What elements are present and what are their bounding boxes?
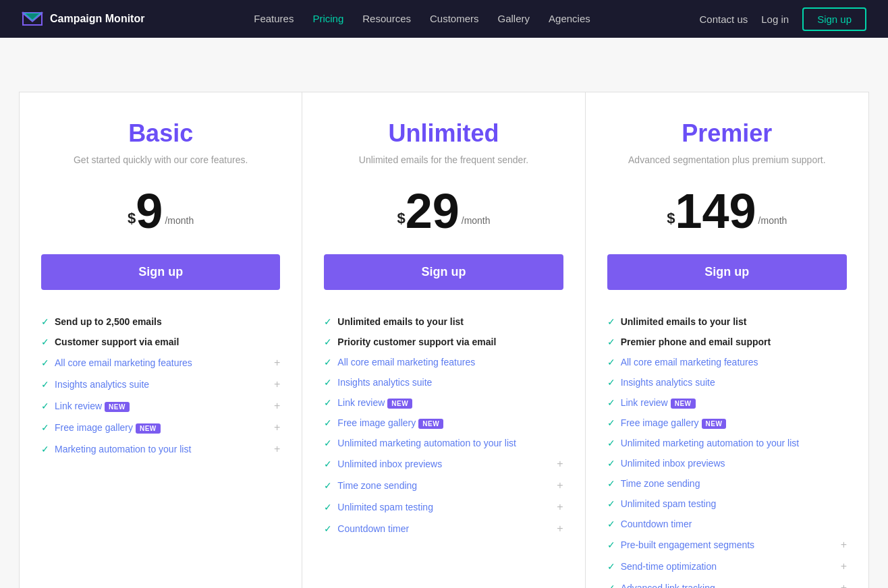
plan-name: Unlimited	[324, 119, 563, 148]
feature-item: ✓ All core email marketing features +	[41, 352, 280, 374]
login-link[interactable]: Log in	[761, 13, 789, 25]
price-dollar: $	[667, 211, 675, 226]
feature-item: ✓ Link reviewNEW	[324, 392, 563, 413]
expand-icon[interactable]: +	[841, 582, 847, 588]
expand-icon[interactable]: +	[274, 357, 280, 369]
expand-icon[interactable]: +	[557, 479, 563, 492]
feature-text: Insights analytics suite	[337, 377, 563, 388]
check-icon: ✓	[607, 438, 615, 448]
feature-text: Premier phone and email support	[621, 336, 847, 347]
check-icon: ✓	[607, 478, 615, 489]
logo-text: Campaign Monitor	[50, 13, 144, 25]
features-list: ✓ Send up to 2,500 emails ✓ Customer sup…	[41, 312, 280, 460]
check-icon: ✓	[324, 357, 332, 368]
plan-signup-button[interactable]: Sign up	[41, 254, 280, 290]
expand-icon[interactable]: +	[557, 501, 563, 513]
feature-text: Unlimited inbox previews	[337, 459, 551, 469]
check-icon: ✓	[41, 444, 49, 454]
feature-text: Insights analytics suite	[621, 377, 847, 388]
feature-text: Unlimited emails to your list	[621, 316, 847, 327]
feature-item: ✓ Unlimited spam testing +	[324, 496, 563, 518]
feature-text: Pre-built engagement segments	[621, 539, 835, 550]
nav-signup-button[interactable]: Sign up	[802, 7, 866, 31]
price-dollar: $	[128, 211, 136, 226]
feature-text: Time zone sending	[337, 480, 551, 491]
feature-item: ✓ Free image galleryNEW	[607, 413, 847, 433]
nav-item-customers[interactable]: Customers	[430, 13, 479, 25]
expand-icon[interactable]: +	[557, 523, 563, 535]
navbar: Campaign Monitor Features Pricing Resour…	[0, 0, 888, 38]
expand-icon[interactable]: +	[841, 539, 847, 551]
features-list: ✓ Unlimited emails to your list ✓ Priori…	[324, 312, 563, 539]
check-icon: ✓	[324, 417, 332, 428]
check-icon: ✓	[324, 316, 332, 327]
feature-text: Countdown timer	[337, 523, 551, 534]
plan-unlimited: Unlimited Unlimited emails for the frequ…	[302, 92, 585, 588]
expand-icon[interactable]: +	[274, 400, 280, 412]
feature-item: ✓ Unlimited marketing automation to your…	[607, 433, 847, 453]
check-icon: ✓	[607, 316, 615, 327]
nav-item-resources[interactable]: Resources	[362, 13, 411, 25]
expand-icon[interactable]: +	[274, 421, 280, 434]
nav-item-gallery[interactable]: Gallery	[498, 13, 530, 25]
check-icon: ✓	[41, 357, 49, 368]
badge-new: NEW	[418, 419, 443, 429]
plan-tagline: Unlimited emails for the frequent sender…	[324, 154, 563, 168]
feature-item: ✓ Unlimited emails to your list	[607, 312, 847, 332]
check-icon: ✓	[41, 379, 49, 390]
feature-item: ✓ Send up to 2,500 emails	[41, 312, 280, 332]
price-amount: 149	[675, 187, 756, 235]
feature-text: Link reviewNEW	[621, 397, 847, 408]
check-icon: ✓	[41, 401, 49, 411]
feature-item: ✓ Time zone sending +	[324, 475, 563, 496]
plan-signup-button[interactable]: Sign up	[607, 254, 847, 290]
feature-text: Free image galleryNEW	[337, 417, 563, 428]
price-amount: 9	[136, 187, 163, 235]
expand-icon[interactable]: +	[274, 443, 280, 455]
expand-icon[interactable]: +	[557, 458, 563, 470]
price-row: $ 9 /month	[41, 187, 280, 235]
price-dollar: $	[397, 211, 405, 226]
badge-new: NEW	[671, 399, 696, 409]
price-period: /month	[462, 215, 491, 226]
nav-item-pricing[interactable]: Pricing	[312, 13, 343, 25]
feature-item: ✓ Priority customer support via email	[324, 332, 563, 352]
check-icon: ✓	[607, 397, 615, 408]
feature-item: ✓ All core email marketing features	[324, 352, 563, 372]
check-icon: ✓	[607, 498, 615, 509]
check-icon: ✓	[607, 583, 615, 588]
logo-icon	[22, 11, 43, 26]
feature-text: Countdown timer	[621, 519, 847, 529]
expand-icon[interactable]: +	[841, 560, 847, 572]
feature-text: Free image galleryNEW	[55, 422, 269, 433]
price-period: /month	[758, 215, 787, 226]
feature-text: Unlimited spam testing	[621, 498, 847, 509]
nav-item-features[interactable]: Features	[254, 13, 294, 25]
check-icon: ✓	[607, 458, 615, 469]
feature-text: Priority customer support via email	[337, 336, 563, 347]
nav-item-agencies[interactable]: Agencies	[549, 13, 590, 25]
feature-text: Unlimited spam testing	[337, 502, 551, 512]
check-icon: ✓	[607, 417, 615, 428]
plan-signup-button[interactable]: Sign up	[324, 254, 563, 290]
feature-item: ✓ Customer support via email	[41, 332, 280, 352]
check-icon: ✓	[607, 357, 615, 368]
check-icon: ✓	[324, 438, 332, 448]
feature-text: Customer support via email	[55, 336, 280, 347]
plan-basic: Basic Get started quickly with our core …	[20, 92, 302, 588]
contact-link[interactable]: Contact us	[700, 13, 748, 25]
check-icon: ✓	[607, 377, 615, 388]
check-icon: ✓	[324, 523, 332, 534]
feature-text: All core email marketing features	[55, 357, 269, 368]
feature-item: ✓ Insights analytics suite +	[41, 374, 280, 395]
feature-text: Unlimited emails to your list	[337, 316, 563, 327]
feature-item: ✓ Link reviewNEW	[607, 392, 847, 413]
feature-text: Insights analytics suite	[55, 379, 269, 390]
badge-new: NEW	[387, 399, 412, 409]
logo[interactable]: Campaign Monitor	[22, 11, 144, 26]
expand-icon[interactable]: +	[274, 378, 280, 390]
features-list: ✓ Unlimited emails to your list ✓ Premie…	[607, 312, 847, 588]
feature-item: ✓ Time zone sending	[607, 473, 847, 494]
price-amount: 29	[406, 187, 460, 235]
nav-right: Contact us Log in Sign up	[700, 7, 866, 31]
